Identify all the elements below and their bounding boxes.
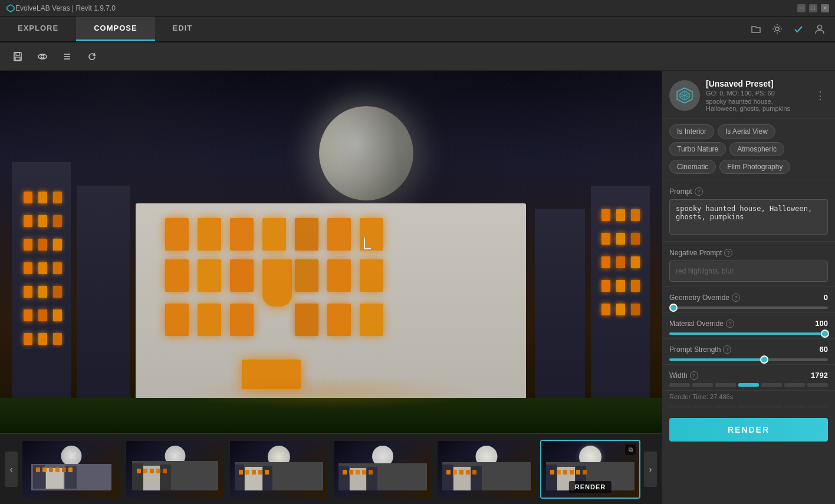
svg-point-7 — [41, 55, 44, 58]
prompt-strength-label: Prompt Strength ? — [669, 345, 731, 354]
next-thumbnail-button[interactable]: › — [644, 452, 657, 487]
prompt-input[interactable] — [669, 199, 828, 235]
height-options — [669, 405, 828, 409]
svg-point-2 — [818, 25, 822, 29]
height-option-1[interactable] — [669, 405, 690, 409]
copy-icon[interactable]: ⧉ — [625, 444, 636, 455]
geometry-override-header: Geometry Override ? 0 — [669, 293, 828, 302]
save-button[interactable] — [8, 47, 27, 66]
preset-meta: GO: 0, MO: 100, PS: 60 — [706, 90, 807, 97]
width-option-6[interactable] — [784, 383, 805, 387]
toolbar — [0, 42, 835, 71]
thumbnails-strip: ‹ — [0, 433, 662, 504]
render-time: Render Time: 27.486s — [662, 391, 835, 405]
height-option-6[interactable] — [784, 405, 805, 409]
canvas-area: ‹ — [0, 71, 662, 504]
checkmark-icon[interactable] — [793, 23, 804, 35]
width-row: Width ? 1792 — [662, 365, 835, 391]
tag-is-interior[interactable]: Is Interior — [669, 124, 714, 139]
thumbnail-item[interactable] — [333, 440, 433, 499]
svg-point-1 — [775, 27, 779, 31]
prompt-strength-slider[interactable] — [669, 358, 828, 361]
preset-info: [Unsaved Preset] GO: 0, MO: 100, PS: 60 … — [706, 79, 807, 112]
svg-marker-0 — [7, 5, 14, 12]
tab-explore[interactable]: EXPLORE — [0, 17, 76, 41]
thumbnail-item[interactable] — [229, 440, 329, 499]
tag-atmospheric[interactable]: Atmospheric — [729, 142, 784, 156]
negative-prompt-label: Negative Prompt ? — [669, 249, 828, 257]
maximize-button[interactable]: □ — [809, 4, 817, 12]
tag-film-photography[interactable]: Film Photography — [719, 160, 790, 174]
render-button[interactable]: RENDER — [669, 418, 828, 442]
width-label: Width ? — [669, 371, 698, 380]
width-value: 1792 — [811, 371, 828, 380]
preset-name: [Unsaved Preset] — [706, 79, 807, 88]
width-info-icon[interactable]: ? — [690, 371, 698, 380]
geometry-override-info-icon[interactable]: ? — [732, 294, 740, 302]
material-override-slider[interactable] — [669, 332, 828, 335]
folder-icon[interactable] — [750, 23, 762, 35]
minimize-button[interactable]: ─ — [797, 4, 806, 12]
prev-thumbnail-button[interactable]: ‹ — [5, 452, 18, 487]
list-button[interactable] — [58, 47, 77, 66]
material-override-info-icon[interactable]: ? — [726, 319, 734, 328]
width-option-1[interactable] — [669, 383, 690, 387]
height-option-2[interactable] — [692, 405, 713, 409]
thumbnail-item-active[interactable]: ⧉ RENDER — [540, 440, 640, 499]
width-option-4[interactable] — [738, 383, 759, 387]
tab-compose[interactable]: COMPOSE — [76, 17, 154, 41]
thumbnail-item[interactable] — [21, 440, 121, 499]
main-layout: ‹ — [0, 71, 835, 504]
preset-avatar — [669, 80, 700, 111]
prompt-strength-info-icon[interactable]: ? — [723, 345, 731, 354]
width-option-3[interactable] — [715, 383, 736, 387]
negative-prompt-section: Negative Prompt ? — [662, 242, 835, 287]
tag-is-aerial-view[interactable]: Is Aerial View — [718, 124, 775, 139]
width-header: Width ? 1792 — [669, 371, 828, 380]
height-option-7[interactable] — [807, 405, 828, 409]
prompt-strength-thumb[interactable] — [760, 355, 768, 364]
height-option-5[interactable] — [761, 405, 782, 409]
settings-icon[interactable] — [771, 23, 783, 35]
material-override-header: Material Override ? 100 — [669, 319, 828, 328]
preset-description: spooky haunted house, Halloween, ghosts,… — [706, 98, 807, 112]
preset-header: [Unsaved Preset] GO: 0, MO: 100, PS: 60 … — [662, 71, 835, 118]
tab-right-icons — [741, 17, 835, 41]
prompt-section: Prompt ? — [662, 180, 835, 242]
geometry-override-slider[interactable] — [669, 307, 828, 309]
close-button[interactable]: ✕ — [821, 4, 829, 12]
height-option-3[interactable] — [715, 405, 736, 409]
width-option-5[interactable] — [761, 383, 782, 387]
rendered-image — [0, 71, 662, 433]
eye-button[interactable] — [33, 47, 52, 66]
titlebar: EvolveLAB Veras | Revit 1.9.7.0 ─ □ ✕ — [0, 0, 835, 17]
material-override-row: Material Override ? 100 — [662, 313, 835, 339]
material-override-label: Material Override ? — [669, 319, 734, 328]
user-icon[interactable] — [814, 23, 826, 35]
width-option-7[interactable] — [807, 383, 828, 387]
svg-rect-5 — [15, 57, 20, 60]
right-panel: [Unsaved Preset] GO: 0, MO: 100, PS: 60 … — [662, 71, 835, 504]
width-option-2[interactable] — [692, 383, 713, 387]
height-options-row — [662, 405, 835, 413]
preset-menu-button[interactable]: ⋮ — [813, 87, 828, 104]
tag-turbo-nature[interactable]: Turbo Nature — [669, 142, 726, 156]
negative-prompt-info-icon[interactable]: ? — [724, 249, 732, 257]
main-image — [0, 71, 662, 433]
tag-cinematic[interactable]: Cinematic — [669, 160, 716, 174]
material-override-value: 100 — [815, 319, 828, 328]
thumbnail-item[interactable] — [436, 440, 537, 499]
geometry-override-label: Geometry Override ? — [669, 294, 740, 302]
thumbnail-list: ⧉ RENDER — [21, 440, 640, 499]
tab-edit[interactable]: EDIT — [155, 17, 211, 41]
geometry-override-row: Geometry Override ? 0 — [662, 287, 835, 313]
negative-prompt-input[interactable] — [669, 261, 828, 282]
thumbnail-item[interactable] — [125, 440, 225, 499]
geometry-override-thumb[interactable] — [669, 304, 678, 312]
material-override-thumb[interactable] — [821, 330, 829, 338]
prompt-info-icon[interactable]: ? — [695, 187, 703, 196]
height-option-4[interactable] — [738, 405, 759, 409]
app-title: EvolveLAB Veras | Revit 1.9.7.0 — [15, 4, 116, 12]
prompt-strength-row: Prompt Strength ? 60 — [662, 339, 835, 365]
refresh-button[interactable] — [83, 47, 101, 66]
